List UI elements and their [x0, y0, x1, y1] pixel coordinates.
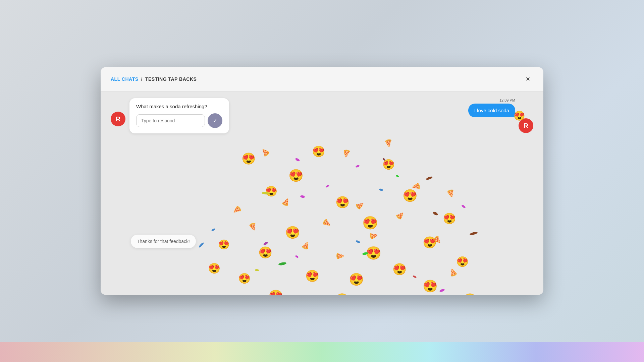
- breadcrumb-current: TESTING TAP BACKS: [145, 76, 197, 82]
- breadcrumb-separator: /: [141, 76, 143, 82]
- modal-body: R What makes a soda refreshing? Thanks f…: [101, 92, 543, 295]
- modal-header: ALL CHATS / TESTING TAP BACKS ×: [101, 67, 543, 92]
- message-bubble: I love cold soda: [468, 104, 515, 117]
- question-text: What makes a soda refreshing?: [136, 104, 222, 109]
- breadcrumb: ALL CHATS / TESTING TAP BACKS: [111, 76, 197, 82]
- close-button[interactable]: ×: [523, 74, 533, 84]
- feedback-bubble: Thanks for that feedback!: [131, 235, 196, 248]
- response-input[interactable]: [136, 114, 205, 127]
- modal-window: ALL CHATS / TESTING TAP BACKS × R What m…: [101, 67, 543, 295]
- send-button[interactable]: [208, 113, 222, 128]
- message-time: 12:09 PM: [499, 98, 515, 102]
- avatar-left: R: [111, 112, 125, 126]
- breadcrumb-link[interactable]: ALL CHATS: [111, 76, 139, 82]
- emoji-reaction: 😍: [514, 110, 525, 121]
- response-input-row: [136, 113, 222, 128]
- left-section: R What makes a soda refreshing?: [111, 98, 229, 133]
- message-area: 12:09 PM I love cold soda: [468, 98, 515, 117]
- question-card: What makes a soda refreshing?: [129, 98, 229, 133]
